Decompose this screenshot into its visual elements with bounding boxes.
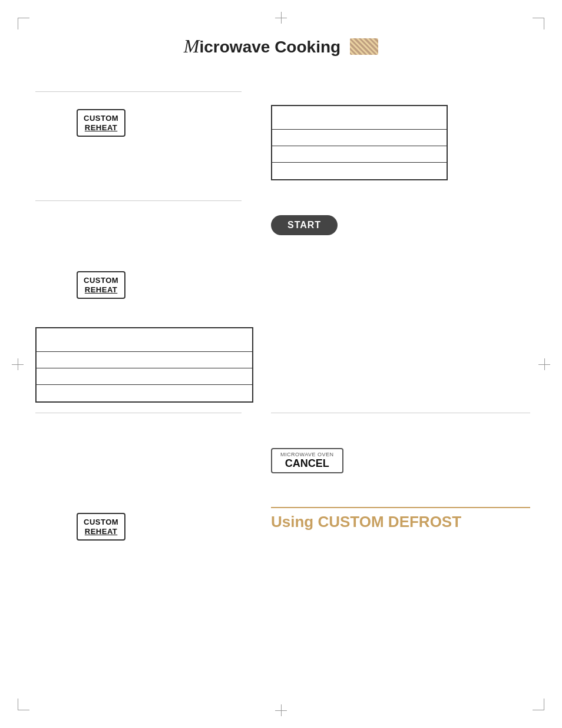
display-box-2 <box>35 327 253 403</box>
divider-s2-bottom <box>35 413 242 413</box>
crosshair-right <box>538 358 550 370</box>
custom-reheat-button-3[interactable]: CUSTOM REHEAT <box>77 513 125 541</box>
brand-logo <box>350 38 378 55</box>
crosshair-bottom <box>275 704 287 716</box>
display-box-1 <box>271 105 448 180</box>
divider-s1-top <box>35 91 242 92</box>
page-header: Microwave Cooking <box>0 35 562 57</box>
crosshair-top <box>275 12 287 24</box>
custom-defrost-section: Using CUSTOM DEFROST <box>271 507 530 531</box>
divider-s1-bottom <box>35 200 242 201</box>
crosshair-left <box>12 358 24 370</box>
section-heading-custom-defrost: Using CUSTOM DEFROST <box>271 513 530 531</box>
cancel-button[interactable]: MICROWAVE OVEN CANCEL <box>271 448 343 473</box>
corner-mark-bl <box>18 699 29 710</box>
corner-mark-tl <box>18 18 29 29</box>
title-italic-m: M <box>184 35 200 57</box>
section-divider-line <box>271 507 530 508</box>
page-title: Microwave Cooking <box>184 35 340 57</box>
corner-mark-tr <box>533 18 544 29</box>
divider-s2-right <box>271 413 530 413</box>
custom-reheat-button-1[interactable]: CUSTOM REHEAT <box>77 109 125 137</box>
corner-mark-br <box>533 699 544 710</box>
custom-reheat-button-2[interactable]: CUSTOM REHEAT <box>77 271 125 299</box>
start-button[interactable]: START <box>271 215 338 235</box>
